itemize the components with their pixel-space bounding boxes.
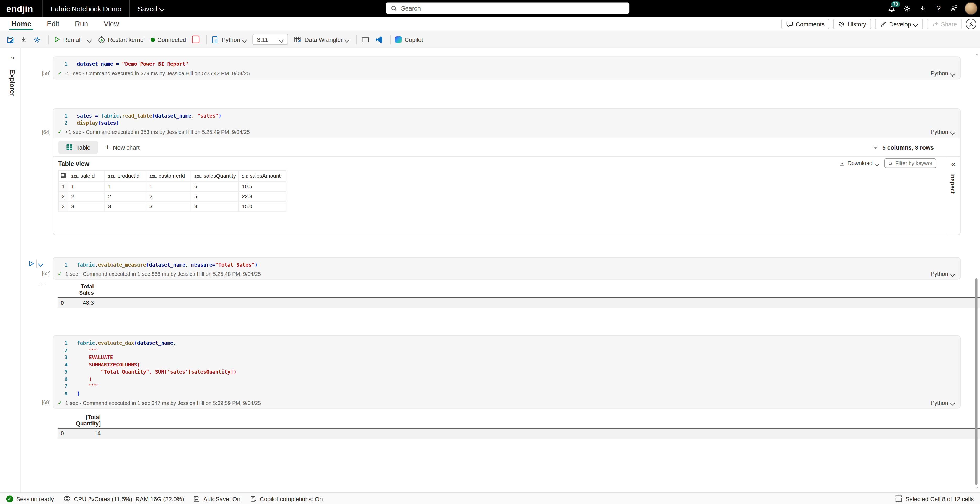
audience-button[interactable] [966,19,976,29]
tab-table[interactable]: Table [58,140,98,153]
column-header[interactable]: 12LcustomerId [146,170,191,182]
code-editor[interactable]: 1fabric.evaluate_measure(dataset_name, m… [53,257,960,268]
expand-panel-icon[interactable]: » [11,54,14,62]
code-editor[interactable]: 1dataset_name = "Demo Power BI Report" [53,57,960,68]
copilot-button[interactable]: Copilot [395,36,423,43]
new-chart-button[interactable]: + New chart [105,143,140,152]
endjin-logo[interactable]: endjin [0,3,42,13]
comments-button[interactable]: Comments [781,19,829,29]
column-header: [Total Quantity] [70,414,102,427]
history-button[interactable]: History [833,19,871,29]
filter-input-box[interactable] [885,158,936,168]
export-button[interactable] [20,36,27,43]
global-search[interactable] [386,3,629,14]
code-line: 1sales = fabric.read_table(dataset_name,… [53,112,960,120]
run-cell-icon[interactable] [27,260,34,267]
settings-button[interactable] [899,0,915,17]
chevron-down-icon[interactable] [39,261,43,266]
user-avatar[interactable] [964,2,978,15]
column-header[interactable]: 12LproductId [105,170,146,182]
code-line: 7 """ [53,383,960,390]
focus-mode-button[interactable] [361,35,369,43]
scroll-down-icon[interactable]: ⌄ [975,484,979,490]
develop-button[interactable]: Develop [875,19,923,29]
python-version-select[interactable]: 3.11 [253,33,288,45]
table-summary-label: 5 columns, 3 rows [882,144,934,150]
line-number: 2 [53,347,67,354]
run-all-button[interactable]: Run all [53,36,81,43]
cell-language-selector[interactable]: Python [931,271,955,277]
code-line: 3 EVALUATE [53,354,960,361]
inspect-label: Inspect [950,173,957,193]
share-button[interactable]: Share [927,19,962,29]
cell-selection-status: Selected Cell 8 of 12 cells [896,495,974,502]
fabric-notebook-app: endjin Fabric Notebook Demo Saved 70 ? [0,0,980,504]
restart-kernel-button[interactable]: Restart kernel [97,35,145,43]
resource-usage: CPU 2vCores (11.5%), RAM 16G (22.0%) [63,495,184,502]
column-header[interactable]: 12LsaleId [68,170,105,182]
code-line: 1fabric.evaluate_dax(dataset_name, [53,340,960,347]
cell-language-selector[interactable]: Python [931,399,955,406]
tab-edit[interactable]: Edit [47,17,59,30]
downloads-button[interactable] [915,0,931,17]
screen: endjin Fabric Notebook Demo Saved 70 ? [0,0,980,504]
expand-inspect-icon[interactable]: « [951,160,955,167]
table-grid-icon [66,143,73,151]
notifications-button[interactable]: 70 [884,0,899,17]
search-input[interactable] [401,5,624,11]
cell-value: 14 [70,431,102,437]
save-status-menu[interactable]: Saved [130,5,164,12]
scrollbar-thumb[interactable] [975,278,978,485]
stop-session-button[interactable] [192,36,199,43]
tab-view[interactable]: View [104,17,119,30]
settings-gear-button[interactable] [33,35,41,43]
code-cell-2[interactable]: [64] 1sales = fabric.read_table(dataset_… [52,108,961,235]
scroll-up-icon[interactable]: ⌃ [975,53,979,59]
open-in-vscode-button[interactable] [375,35,383,43]
autosave-toggle[interactable]: AutoSave: On [193,495,240,502]
download-icon [20,36,27,43]
tab-home[interactable]: Home [11,17,31,30]
table-row: 014 [57,429,980,439]
code-cell-1[interactable]: [59] 1dataset_name = "Demo Power BI Repo… [52,56,961,79]
data-wrangler-button[interactable]: Data Wrangler [294,35,350,43]
code-cell-4[interactable]: [69] 1fabric.evaluate_dax(dataset_name,2… [52,335,961,408]
python-env-icon [211,35,219,43]
code-line: 2 """ [53,347,960,354]
cell-status-bar: ✓ 1 sec - Command executed in 1 sec 347 … [53,397,960,408]
help-button[interactable]: ? [931,0,946,17]
vertical-scrollbar[interactable]: ⌃ ⌄ [972,48,980,492]
restart-kernel-label: Restart kernel [108,36,145,43]
table-row[interactable]: 3333315.0 [58,201,286,211]
column-header[interactable]: 12LsalesQuantity [191,170,239,182]
save-button[interactable] [6,35,14,43]
explorer-panel-collapsed[interactable]: » Explorer [5,48,21,492]
divider [206,35,207,44]
cell-language-selector[interactable]: Python [931,129,955,135]
table-row[interactable]: 2222522.8 [58,191,286,201]
help-icon: ? [936,4,940,13]
column-header[interactable]: 1.2salesAmount [239,170,286,182]
cell-language-selector[interactable]: Python [931,70,955,77]
run-options-chevron[interactable] [87,37,92,42]
save-status-label: Saved [138,5,157,12]
code-editor[interactable]: 1fabric.evaluate_dax(dataset_name,2 """3… [53,336,960,397]
filter-input[interactable] [896,160,933,166]
cell-language-label: Python [931,399,948,406]
inspect-panel-collapsed[interactable]: « Inspect [946,157,960,234]
more-options-icon[interactable]: ··· [38,281,46,287]
divider [356,35,357,44]
table-view-actions: Download [839,158,936,168]
code-cell-3[interactable]: [62] ··· 1fabric.evaluate_measure(datase… [52,257,961,280]
cell-status-bar: ✓ <1 sec - Command executed in 353 ms by… [53,127,960,137]
table-row[interactable]: 1111610.5 [58,182,286,191]
copilot-completions-toggle[interactable]: Copilot completions: On [250,495,323,502]
feedback-button[interactable] [947,0,962,17]
table-view-header: Table view Download [53,157,960,170]
tab-run[interactable]: Run [75,17,88,30]
notebook-title[interactable]: Fabric Notebook Demo [43,5,129,12]
download-button[interactable]: Download [839,160,880,166]
search-icon [888,160,893,166]
language-selector[interactable]: Python [211,35,247,43]
code-editor[interactable]: 1sales = fabric.read_table(dataset_name,… [53,108,960,127]
